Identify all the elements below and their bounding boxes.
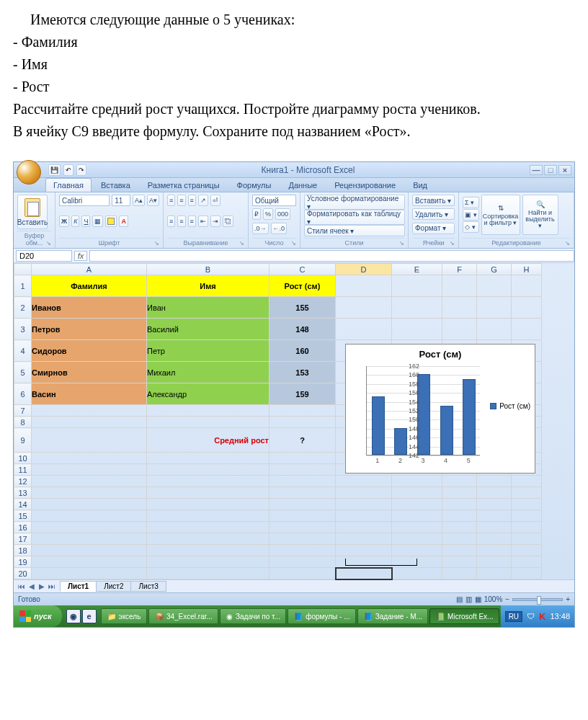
row-header-17[interactable]: 17	[14, 533, 32, 545]
cell-A3[interactable]: Петров	[32, 319, 147, 340]
row-header-19[interactable]: 19	[14, 556, 32, 568]
dec-decimal-icon[interactable]: ←.0	[271, 223, 288, 234]
insert-cells-button[interactable]: Вставить ▾	[412, 195, 455, 206]
bold-button[interactable]: Ж	[59, 215, 69, 227]
row-header-18[interactable]: 18	[14, 545, 32, 556]
taskbar-item-5[interactable]: 📘Задание - M...	[357, 608, 428, 624]
row-header-16[interactable]: 16	[14, 522, 32, 533]
tray-kaspersky-icon[interactable]: K	[539, 611, 545, 622]
col-header-B[interactable]: B	[147, 264, 270, 275]
tab-view[interactable]: Вид	[405, 178, 435, 192]
align-middle-icon[interactable]: ≡	[177, 195, 185, 206]
row-header-2[interactable]: 2	[14, 297, 32, 319]
cell-styles-button[interactable]: Стили ячеек ▾	[304, 225, 405, 236]
align-top-icon[interactable]: ≡	[167, 195, 175, 206]
clear-button[interactable]: ◇ ▾	[463, 221, 479, 233]
cell-A1[interactable]: Фамилия	[32, 275, 147, 297]
cell-B2[interactable]: Иван	[147, 297, 270, 319]
select-all-corner[interactable]	[14, 264, 32, 275]
zoom-out-button[interactable]: −	[505, 595, 509, 603]
lang-indicator[interactable]: RU	[505, 611, 522, 622]
zoom-slider[interactable]	[512, 598, 563, 601]
taskbar-item-2[interactable]: 📦34_Excel.rar...	[148, 608, 218, 624]
cell-B6[interactable]: Александр	[147, 383, 270, 405]
row-header-11[interactable]: 11	[14, 464, 32, 476]
sheet-nav-last-icon[interactable]: ⏭	[47, 582, 57, 590]
align-center-icon[interactable]: ≡	[177, 215, 185, 227]
close-button[interactable]: ×	[558, 165, 571, 175]
col-header-E[interactable]: E	[392, 264, 442, 275]
minimize-button[interactable]: —	[530, 165, 543, 175]
delete-cells-button[interactable]: Удалить ▾	[412, 208, 455, 220]
grow-font-icon[interactable]: A▴	[133, 195, 145, 206]
cell-B3[interactable]: Василий	[147, 319, 270, 340]
col-header-D[interactable]: D	[336, 264, 392, 275]
row-header-5[interactable]: 5	[14, 362, 32, 383]
taskbar-item-4[interactable]: 📘формулы - ...	[288, 608, 356, 624]
office-button[interactable]	[17, 160, 41, 185]
cell-B9[interactable]: Средний рост	[147, 428, 270, 453]
sheet-nav-next-icon[interactable]: ▶	[37, 582, 47, 590]
number-format-select[interactable]: Общий	[252, 195, 296, 206]
cell-D1[interactable]	[336, 275, 392, 297]
currency-icon[interactable]: ₽	[252, 208, 261, 220]
orientation-icon[interactable]: ↗	[198, 195, 208, 206]
tab-data[interactable]: Данные	[280, 178, 325, 192]
font-size-select[interactable]: 11	[112, 195, 130, 206]
cell-C2[interactable]: 155	[270, 297, 336, 319]
row-header-8[interactable]: 8	[14, 417, 32, 428]
qat-save-icon[interactable]: 💾	[48, 164, 61, 176]
col-header-G[interactable]: G	[477, 264, 512, 275]
sheet-tab-3[interactable]: Лист3	[130, 581, 166, 592]
start-button[interactable]: пуск	[14, 605, 62, 627]
cell-C1[interactable]: Рост (см)	[270, 275, 336, 297]
italic-button[interactable]: К	[71, 215, 79, 227]
col-header-C[interactable]: C	[270, 264, 336, 275]
tab-formulas[interactable]: Формулы	[229, 178, 280, 192]
row-header-20[interactable]: 20	[14, 568, 32, 579]
autosum-button[interactable]: Σ ▾	[463, 197, 479, 208]
maximize-button[interactable]: □	[544, 165, 557, 175]
font-name-select[interactable]: Calibri	[59, 195, 110, 206]
align-left-icon[interactable]: ≡	[167, 215, 175, 227]
find-select-button[interactable]: 🔍 Найти и выделить ▾	[522, 195, 558, 235]
tab-page-layout[interactable]: Разметка страницы	[140, 178, 228, 192]
tab-review[interactable]: Рецензирование	[326, 178, 404, 192]
inc-decimal-icon[interactable]: .0→	[252, 223, 269, 234]
formula-input[interactable]	[89, 250, 574, 262]
cell-C3[interactable]: 148	[270, 319, 336, 340]
merge-icon[interactable]: ⿻	[223, 215, 233, 227]
view-normal-icon[interactable]: ▤	[456, 595, 463, 603]
row-header-9[interactable]: 9	[14, 428, 32, 453]
cond-format-button[interactable]: Условное форматирование ▾	[304, 195, 405, 210]
paste-button[interactable]: Вставить	[17, 195, 48, 229]
view-layout-icon[interactable]: ▥	[466, 595, 472, 603]
indent-inc-icon[interactable]: ⇥	[210, 215, 220, 227]
zoom-in-button[interactable]: +	[566, 595, 570, 603]
row-header-6[interactable]: 6	[14, 383, 32, 405]
cell-C9[interactable]: ?	[270, 428, 336, 453]
cell-A5[interactable]: Смирнов	[32, 362, 147, 383]
name-box[interactable]: D20	[16, 250, 72, 262]
shrink-font-icon[interactable]: A▾	[147, 195, 159, 206]
row-header-3[interactable]: 3	[14, 319, 32, 340]
col-header-F[interactable]: F	[442, 264, 477, 275]
align-right-icon[interactable]: ≡	[188, 215, 196, 227]
align-bottom-icon[interactable]: ≡	[188, 195, 196, 206]
view-pagebreak-icon[interactable]: ▦	[475, 595, 481, 603]
thousands-icon[interactable]: 000	[275, 208, 290, 220]
tab-home[interactable]: Главная	[45, 178, 92, 192]
qat-redo-icon[interactable]: ↷	[76, 164, 86, 176]
taskbar-item-3[interactable]: ◉Задачи по т...	[220, 608, 286, 624]
wrap-text-icon[interactable]: ⏎	[210, 195, 220, 206]
format-table-button[interactable]: Форматировать как таблицу ▾	[304, 210, 405, 225]
indent-dec-icon[interactable]: ⇤	[198, 215, 208, 227]
cell-B1[interactable]: Имя	[147, 275, 270, 297]
row-header-13[interactable]: 13	[14, 487, 32, 499]
ql-chrome-icon[interactable]: ◉	[66, 609, 81, 623]
font-color-button[interactable]: A	[119, 215, 128, 227]
percent-icon[interactable]: %	[263, 208, 273, 220]
cell-C6[interactable]: 159	[270, 383, 336, 405]
cell-B4[interactable]: Петр	[147, 340, 270, 362]
sheet-tab-2[interactable]: Лист2	[96, 581, 131, 592]
